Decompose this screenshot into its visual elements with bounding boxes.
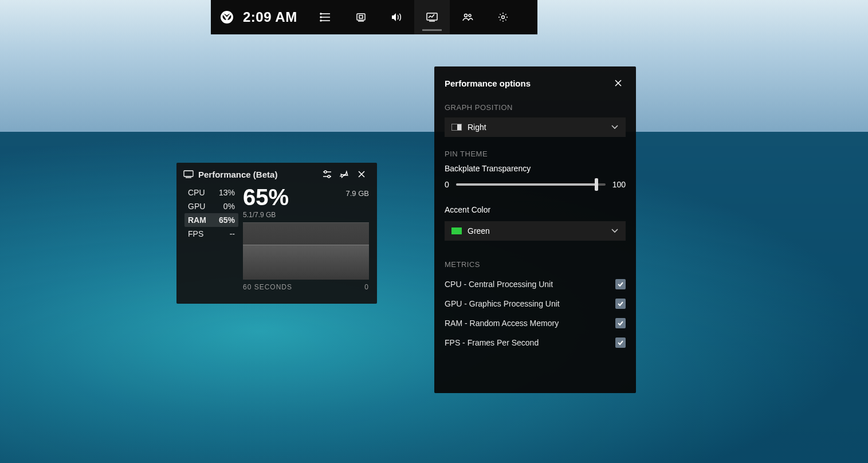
axis-left: 60 SECONDS bbox=[243, 283, 292, 291]
selected-metric-sub: 5.1/7.9 GB bbox=[243, 211, 369, 219]
metric-toggle-gpu[interactable]: GPU - Graphics Processing Unit bbox=[445, 294, 626, 313]
svg-point-14 bbox=[501, 16, 504, 19]
metric-label: CPU bbox=[188, 188, 205, 197]
graph-position-label: GRAPH POSITION bbox=[445, 103, 626, 112]
metric-toggle-label: GPU - Graphics Processing Unit bbox=[445, 299, 560, 308]
slider-max: 100 bbox=[612, 180, 626, 189]
audio-icon[interactable] bbox=[379, 0, 414, 34]
metric-label: GPU bbox=[188, 202, 205, 211]
performance-title: Performance (Beta) bbox=[198, 170, 319, 179]
metric-value: 0% bbox=[223, 202, 235, 211]
svg-rect-8 bbox=[359, 15, 363, 18]
slider-thumb[interactable] bbox=[595, 178, 598, 191]
svg-point-6 bbox=[320, 20, 321, 21]
metric-toggle-label: RAM - Random Access Memory bbox=[445, 319, 559, 328]
metric-fps[interactable]: FPS -- bbox=[184, 227, 238, 241]
selected-metric-total: 7.9 GB bbox=[346, 189, 369, 198]
close-icon[interactable] bbox=[353, 166, 370, 183]
metric-value: -- bbox=[230, 229, 235, 238]
accent-color-dropdown[interactable]: Green bbox=[445, 221, 626, 241]
accent-color-label: Accent Color bbox=[445, 205, 626, 214]
svg-point-5 bbox=[320, 17, 321, 18]
performance-title-icon bbox=[183, 170, 194, 178]
selected-metric-big: 65% bbox=[243, 186, 289, 209]
metric-toggle-label: CPU - Central Processing Unit bbox=[445, 280, 553, 289]
checkbox-checked-icon[interactable] bbox=[615, 299, 626, 309]
metric-cpu[interactable]: CPU 13% bbox=[184, 186, 238, 199]
svg-point-20 bbox=[328, 175, 330, 178]
widgets-menu-icon[interactable] bbox=[308, 0, 343, 34]
transparency-label: Backplate Transparency bbox=[445, 164, 626, 173]
graph-position-dropdown[interactable]: Right bbox=[445, 117, 626, 137]
transparency-slider[interactable] bbox=[456, 183, 606, 186]
settings-icon[interactable] bbox=[485, 0, 521, 34]
metric-label: RAM bbox=[188, 215, 206, 225]
metric-toggle-fps[interactable]: FPS - Frames Per Second bbox=[445, 333, 626, 352]
pin-icon[interactable] bbox=[336, 166, 353, 183]
metrics-list: CPU 13% GPU 0% RAM 65% FPS -- bbox=[184, 186, 238, 291]
graph-position-value: Right bbox=[468, 123, 611, 132]
axis-right: 0 bbox=[364, 283, 369, 291]
performance-widget: Performance (Beta) CPU 13% GPU 0% RAM 65… bbox=[176, 163, 377, 304]
svg-point-19 bbox=[324, 171, 327, 173]
pin-theme-label: PIN THEME bbox=[445, 150, 626, 158]
metrics-section-label: METRICS bbox=[445, 260, 626, 269]
metric-toggle-cpu[interactable]: CPU - Central Processing Unit bbox=[445, 274, 626, 294]
metric-toggle-ram[interactable]: RAM - Random Access Memory bbox=[445, 313, 626, 333]
capture-icon[interactable] bbox=[343, 0, 379, 34]
graph-axis: 60 SECONDS 0 bbox=[243, 283, 369, 291]
performance-titlebar: Performance (Beta) bbox=[176, 163, 377, 186]
performance-options-icon[interactable] bbox=[319, 166, 336, 183]
svg-point-13 bbox=[469, 14, 471, 17]
close-icon[interactable] bbox=[611, 76, 626, 91]
metric-toggle-label: FPS - Frames Per Second bbox=[445, 338, 539, 347]
performance-icon[interactable] bbox=[414, 0, 450, 34]
metric-ram[interactable]: RAM 65% bbox=[184, 213, 238, 227]
position-swatch-icon bbox=[451, 124, 462, 131]
options-title: Performance options bbox=[445, 79, 611, 88]
checkbox-checked-icon[interactable] bbox=[615, 279, 626, 289]
metric-value: 65% bbox=[219, 215, 235, 225]
chevron-down-icon bbox=[611, 228, 619, 234]
metric-gpu[interactable]: GPU 0% bbox=[184, 199, 238, 213]
xbox-icon[interactable] bbox=[219, 9, 235, 25]
checkbox-checked-icon[interactable] bbox=[615, 338, 626, 348]
accent-swatch-icon bbox=[451, 227, 462, 234]
metric-value: 13% bbox=[219, 188, 235, 197]
svg-rect-15 bbox=[184, 171, 193, 176]
performance-options-panel: Performance options GRAPH POSITION Right… bbox=[434, 66, 636, 393]
game-bar-toolbar: 2:09 AM bbox=[211, 0, 537, 34]
checkbox-checked-icon[interactable] bbox=[615, 318, 626, 328]
accent-color-value: Green bbox=[468, 226, 611, 236]
usage-graph bbox=[243, 222, 369, 280]
metric-label: FPS bbox=[188, 229, 203, 238]
xbox-social-icon[interactable] bbox=[450, 0, 485, 34]
clock: 2:09 AM bbox=[243, 9, 297, 25]
slider-min: 0 bbox=[445, 180, 449, 189]
svg-point-12 bbox=[464, 14, 467, 17]
chevron-down-icon bbox=[611, 124, 619, 130]
svg-point-4 bbox=[320, 13, 321, 14]
svg-rect-7 bbox=[357, 14, 365, 20]
